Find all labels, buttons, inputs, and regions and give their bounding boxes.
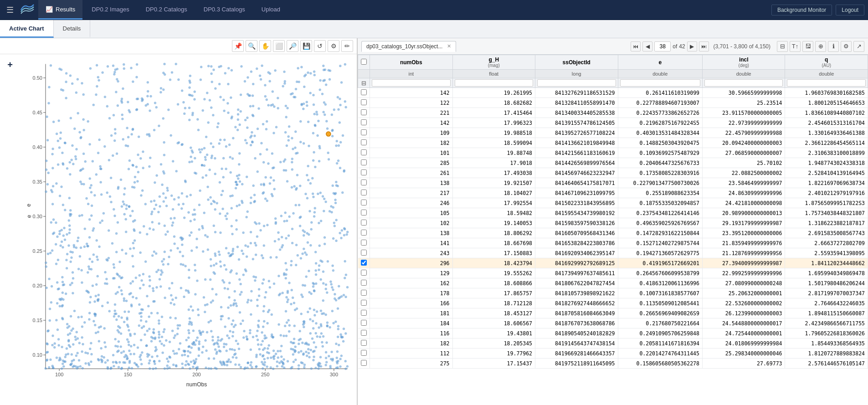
row-checkbox-cell xyxy=(358,338,370,349)
svg-point-188 xyxy=(246,142,248,144)
row-checkbox[interactable] xyxy=(361,179,367,185)
svg-point-1789 xyxy=(236,305,238,307)
text-format-button[interactable]: T↑ xyxy=(790,41,801,52)
cell-numObs: 142 xyxy=(370,118,453,128)
filter-g_H-input[interactable] xyxy=(455,79,534,87)
page-input[interactable]: 38 xyxy=(654,41,671,51)
svg-point-651 xyxy=(61,185,63,188)
pin-button[interactable]: 📌 xyxy=(232,40,244,52)
svg-point-1460 xyxy=(307,121,309,123)
nav-tab-results[interactable]: 📈 Results xyxy=(38,0,82,20)
svg-point-1809 xyxy=(340,82,343,84)
select-button[interactable]: ⬜ xyxy=(273,40,285,52)
table-tab[interactable]: dp03_catalogs_10yr.ssObject... ✕ xyxy=(361,41,456,52)
svg-point-241 xyxy=(93,194,96,196)
row-checkbox[interactable] xyxy=(361,220,367,226)
row-checkbox[interactable] xyxy=(361,200,367,205)
info-button[interactable]: ℹ xyxy=(828,41,839,52)
svg-point-934 xyxy=(303,103,305,105)
row-checkbox[interactable] xyxy=(361,149,367,155)
row-checkbox[interactable] xyxy=(361,360,367,366)
svg-point-1342 xyxy=(338,297,340,299)
svg-point-1473 xyxy=(313,215,315,218)
reset-button[interactable]: ↺ xyxy=(314,40,326,52)
nav-tab-dp03-catalogs[interactable]: DP0.3 Catalogs xyxy=(196,0,252,20)
svg-point-673 xyxy=(99,168,102,170)
row-checkbox[interactable] xyxy=(361,300,367,306)
logout-button[interactable]: Logout xyxy=(836,5,864,15)
row-checkbox[interactable] xyxy=(361,280,367,286)
svg-point-1776 xyxy=(139,359,142,361)
zoom-button[interactable]: 🔍 xyxy=(246,40,257,52)
svg-point-66 xyxy=(148,328,150,330)
svg-point-340 xyxy=(194,157,196,159)
row-checkbox[interactable] xyxy=(361,320,367,326)
table-header-filters: ⊟ xyxy=(358,78,868,88)
row-checkbox[interactable] xyxy=(361,190,367,195)
row-checkbox[interactable] xyxy=(361,240,367,246)
row-checkbox[interactable] xyxy=(361,230,367,236)
filter-incl-input[interactable] xyxy=(704,79,783,87)
row-checkbox[interactable] xyxy=(361,99,367,105)
expand-button[interactable]: ↗ xyxy=(853,41,864,52)
nav-tab-upload[interactable]: Upload xyxy=(254,0,288,20)
cell-e: 0.11350509012085441 xyxy=(618,298,702,308)
add-col-button[interactable]: ⊕ xyxy=(815,41,826,52)
settings-button[interactable]: ✏ xyxy=(341,40,353,52)
svg-point-1159 xyxy=(268,309,270,311)
row-checkbox[interactable] xyxy=(361,330,367,336)
cell-ssObjectId: 8418705816084663049 xyxy=(535,308,618,318)
svg-point-950 xyxy=(174,243,176,245)
filter-numObs-input[interactable] xyxy=(372,79,451,87)
row-checkbox[interactable] xyxy=(361,109,367,115)
row-checkbox[interactable] xyxy=(361,260,367,266)
svg-point-1508 xyxy=(271,313,273,316)
filter-ssObjectId-input[interactable] xyxy=(537,79,616,87)
svg-point-346 xyxy=(311,338,313,340)
row-checkbox[interactable] xyxy=(361,159,367,165)
table-tab-close[interactable]: ✕ xyxy=(447,43,451,49)
svg-point-947 xyxy=(253,194,256,196)
row-checkbox[interactable] xyxy=(361,129,367,135)
zoom-fit-button[interactable]: 🔎 xyxy=(287,40,298,52)
cell-incl: 22.0882500000002 xyxy=(702,168,785,178)
filter-button[interactable]: ⚙ xyxy=(328,40,339,52)
sub-tab-details[interactable]: Details xyxy=(54,20,91,38)
svg-point-173 xyxy=(290,303,292,305)
filter-e-input[interactable] xyxy=(620,79,700,87)
prev-page-button[interactable]: ◀ xyxy=(642,41,652,51)
row-checkbox[interactable] xyxy=(361,290,367,296)
row-checkbox[interactable] xyxy=(361,210,367,215)
row-checkbox[interactable] xyxy=(361,250,367,256)
row-checkbox[interactable] xyxy=(361,270,367,276)
row-checkbox[interactable] xyxy=(361,139,367,145)
save-button[interactable]: 💾 xyxy=(300,40,312,52)
filter-q-input[interactable] xyxy=(787,79,866,87)
select-all-checkbox[interactable] xyxy=(361,59,367,65)
hamburger-icon[interactable]: ☰ xyxy=(4,2,16,18)
next-page-button[interactable]: ▶ xyxy=(687,41,697,51)
row-checkbox[interactable] xyxy=(361,119,367,125)
row-checkbox[interactable] xyxy=(361,169,367,175)
background-monitor-button[interactable]: Background Monitor xyxy=(771,5,832,15)
row-checkbox[interactable] xyxy=(361,340,367,346)
last-page-button[interactable]: ⏭ xyxy=(699,41,709,51)
svg-point-1324 xyxy=(223,346,225,348)
svg-point-830 xyxy=(198,204,200,206)
row-checkbox[interactable] xyxy=(361,310,367,316)
filter-icon[interactable]: ⊟ xyxy=(361,80,366,87)
sub-tab-active-chart[interactable]: Active Chart xyxy=(0,20,54,38)
row-checkbox[interactable] xyxy=(361,89,367,95)
svg-point-251 xyxy=(215,293,217,296)
cell-numObs: 261 xyxy=(370,168,453,178)
save-table-button[interactable]: 🖫 xyxy=(802,41,813,52)
pan-button[interactable]: ✋ xyxy=(259,40,271,52)
row-checkbox[interactable] xyxy=(361,350,367,356)
nav-tab-dp02-images[interactable]: DP0.2 Images xyxy=(84,0,136,20)
first-page-button[interactable]: ⏮ xyxy=(631,41,641,51)
nav-tab-dp02-catalogs[interactable]: DP0.2 Catalogs xyxy=(139,0,195,20)
table-settings-button[interactable]: ⚙ xyxy=(841,41,852,52)
add-chart-button[interactable]: + xyxy=(4,58,16,71)
filter-columns-button[interactable]: ⊟ xyxy=(777,41,788,52)
svg-point-252 xyxy=(233,349,236,351)
